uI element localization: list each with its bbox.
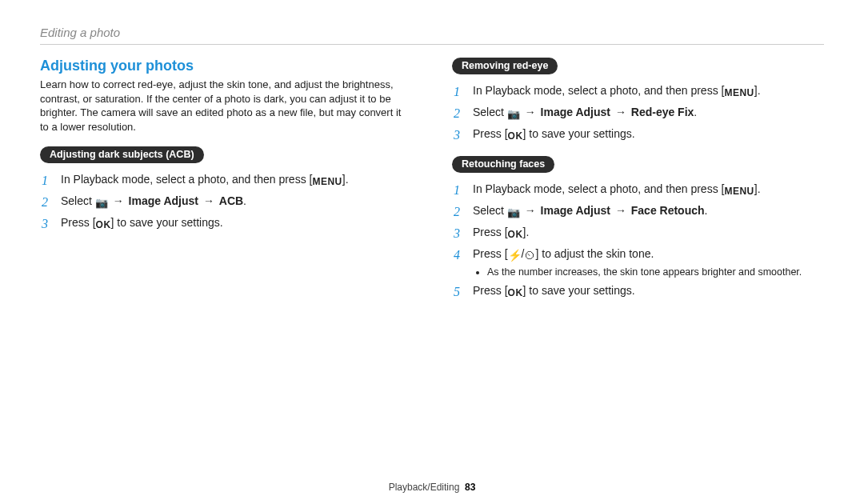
ok-icon: OK — [508, 129, 523, 144]
step-item: Press [OK] to save your settings. — [452, 282, 824, 301]
step-text: Press [ — [61, 216, 96, 229]
step-text: In Playback mode, select a photo, and th… — [61, 173, 312, 186]
camera-icon: 📷 — [507, 205, 520, 221]
subsection-pill-acb: Adjusting dark subjects (ACB) — [40, 146, 204, 163]
step-item: Press [OK] to save your settings. — [40, 214, 412, 233]
breadcrumb: Editing a photo — [40, 26, 824, 39]
step-text: Select — [473, 204, 507, 217]
step-sublist: As the number increases, the skin tone a… — [473, 266, 824, 279]
flash-icon: ⚡ — [508, 247, 522, 265]
step-item: Press [⚡/⏲] to adjust the skin tone. As … — [452, 246, 824, 280]
menu-icon: MENU — [724, 184, 754, 199]
step-text: Press [ — [473, 127, 508, 140]
step-item: Press [OK] to save your settings. — [452, 126, 824, 144]
step-text: In Playback mode, select a photo, and th… — [473, 84, 724, 97]
camera-icon: 📷 — [507, 106, 520, 122]
step-item: In Playback mode, select a photo, and th… — [452, 181, 824, 199]
step-text: ]. — [754, 182, 761, 195]
content-columns: Adjusting your photos Learn how to corre… — [40, 56, 824, 475]
punct: . — [694, 106, 697, 118]
step-sub-item: As the number increases, the skin tone a… — [487, 266, 824, 279]
step-text: Press [ — [473, 284, 508, 297]
arrow-icon: → — [614, 106, 628, 118]
menu-icon: MENU — [724, 86, 754, 101]
step-text: Select — [61, 194, 95, 207]
step-text: Select — [473, 106, 507, 118]
step-text: ] to save your settings. — [523, 127, 635, 140]
ok-icon: OK — [508, 286, 523, 301]
step-item: Select 📷 → Image Adjust → Face Retouch. — [452, 202, 824, 221]
step-text: ]. — [342, 173, 349, 186]
arrow-icon: → — [111, 194, 126, 207]
footer-section: Playback/Editing — [389, 482, 460, 493]
arrow-icon: → — [202, 194, 216, 207]
step-text: Press [ — [473, 226, 508, 238]
arrow-icon: → — [523, 106, 538, 118]
step-item: In Playback mode, select a photo, and th… — [40, 171, 412, 190]
step-text: ]. — [523, 226, 530, 238]
section-heading: Adjusting your photos — [40, 58, 412, 74]
step-item: In Playback mode, select a photo, and th… — [452, 82, 824, 101]
steps-redeye: In Playback mode, select a photo, and th… — [452, 82, 824, 143]
left-column: Adjusting your photos Learn how to corre… — [40, 56, 412, 475]
menu-path-item: Image Adjust — [129, 194, 198, 207]
steps-acb: In Playback mode, select a photo, and th… — [40, 171, 412, 232]
menu-path-item: Face Retouch — [631, 204, 705, 217]
subsection-pill-faces: Retouching faces — [452, 156, 554, 173]
ok-icon: OK — [508, 227, 523, 242]
punct: . — [243, 194, 246, 207]
divider — [40, 44, 824, 45]
menu-path-item: Red-eye Fix — [631, 106, 694, 118]
menu-icon: MENU — [312, 174, 342, 190]
step-item: Select 📷 → Image Adjust → ACB. — [40, 193, 412, 211]
page-number: 83 — [465, 482, 475, 493]
punct: . — [705, 204, 708, 217]
menu-path-item: Image Adjust — [541, 204, 610, 217]
step-text: ]. — [754, 84, 761, 97]
arrow-icon: → — [523, 204, 538, 217]
footer: Playback/Editing 83 — [40, 475, 824, 504]
intro-paragraph: Learn how to correct red-eye, adjust the… — [40, 78, 412, 134]
step-item: Press [OK]. — [452, 224, 824, 242]
step-text: ] to adjust the skin tone. — [535, 247, 654, 260]
step-text: In Playback mode, select a photo, and th… — [473, 182, 724, 195]
menu-path-item: Image Adjust — [541, 106, 610, 118]
arrow-icon: → — [614, 204, 628, 217]
menu-path-item: ACB — [219, 194, 243, 207]
steps-faces: In Playback mode, select a photo, and th… — [452, 181, 824, 300]
subsection-pill-redeye: Removing red-eye — [452, 58, 558, 74]
right-column: Removing red-eye In Playback mode, selec… — [452, 56, 824, 475]
timer-icon: ⏲ — [524, 247, 535, 265]
step-text: ] to save your settings. — [111, 216, 223, 229]
step-text: Press [ — [473, 247, 508, 260]
step-text: ] to save your settings. — [523, 284, 635, 297]
ok-icon: OK — [96, 218, 111, 233]
camera-icon: 📷 — [95, 195, 108, 211]
step-item: Select 📷 → Image Adjust → Red-eye Fix. — [452, 104, 824, 122]
